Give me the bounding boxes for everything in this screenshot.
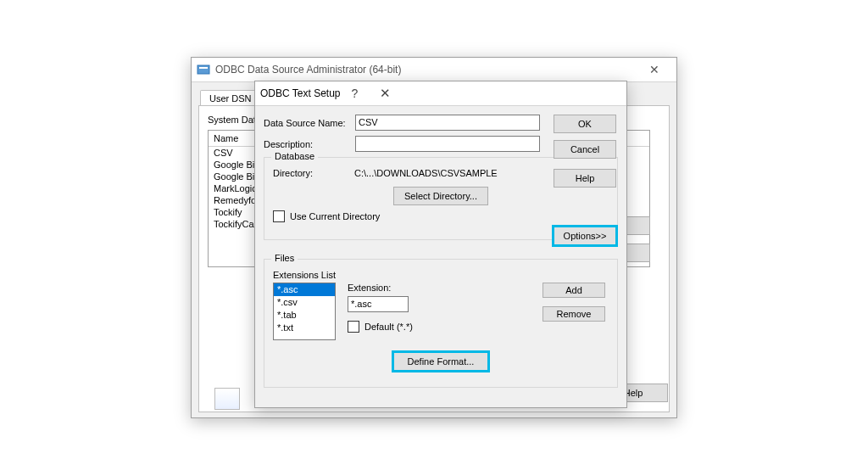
admin-close-button[interactable]: ✕ [637,58,671,81]
directory-label: Directory: [273,168,354,178]
svg-rect-0 [198,65,209,74]
admin-titlebar: ODBC Data Source Administrator (64-bit) … [192,58,676,82]
admin-title: ODBC Data Source Administrator (64-bit) [215,58,401,81]
ext-option[interactable]: *.txt [274,322,335,334]
setup-titlebar: ODBC Text Setup ? ✕ [255,81,626,106]
ext-option[interactable]: *.asc [274,283,335,296]
remove-button[interactable]: Remove [542,306,605,322]
extensions-list-label: Extensions List [273,270,609,280]
checkbox-icon [348,321,359,333]
ok-button[interactable]: OK [554,115,616,133]
ext-option[interactable]: *.tab [274,309,335,322]
use-current-directory-label: Use Current Directory [290,211,380,221]
app-icon [197,63,210,76]
checkbox-icon [273,210,285,222]
define-format-button[interactable]: Define Format... [393,352,488,371]
dsn-input[interactable]: CSV [355,115,540,131]
options-button[interactable]: Options>> [554,227,616,245]
odbc-text-setup-dialog: ODBC Text Setup ? ✕ Data Source Name: CS… [254,81,627,408]
help-icon[interactable]: ? [341,81,370,105]
help-button[interactable]: Help [554,169,616,188]
setup-title: ODBC Text Setup [260,81,341,105]
description-label: Description: [264,139,355,149]
description-input[interactable] [355,136,540,152]
database-legend: Database [271,151,318,161]
files-legend: Files [271,253,298,263]
files-group: Files Extensions List *.asc *.csv *.tab … [264,259,618,388]
default-label: Default (*.*) [364,322,413,332]
info-icon [214,388,240,410]
extension-input[interactable]: *.asc [348,296,409,312]
tab-user-dsn[interactable]: User DSN [200,90,261,106]
svg-rect-1 [199,67,208,69]
extensions-listbox[interactable]: *.asc *.csv *.tab *.txt [273,283,336,340]
ext-option[interactable]: *.csv [274,296,335,309]
select-directory-button[interactable]: Select Directory... [393,187,488,205]
directory-value: C:\...\DOWNLOADS\CSVSAMPLE [354,168,498,178]
add-button[interactable]: Add [542,283,605,298]
cancel-button[interactable]: Cancel [554,140,616,159]
close-icon[interactable]: ✕ [370,81,402,105]
dsn-label: Data Source Name: [264,118,355,128]
